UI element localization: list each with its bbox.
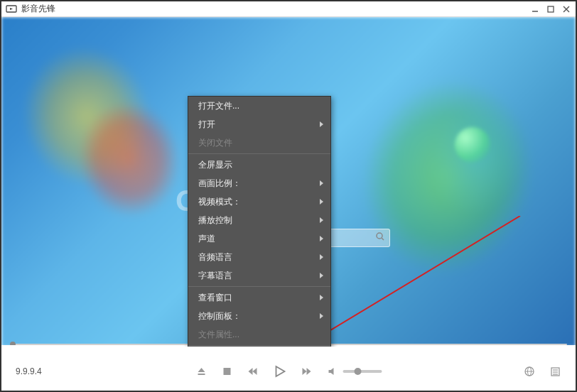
minimize-button[interactable] <box>530 4 540 14</box>
app-window: 影音先锋 ay GXI system.c 打开文件...打开关闭文件全屏显示画面… <box>0 0 577 392</box>
stop-button[interactable] <box>221 365 234 378</box>
svg-point-5 <box>377 233 382 239</box>
volume-thumb[interactable] <box>355 368 362 375</box>
context-menu-item[interactable]: 全屏显示 <box>188 156 330 174</box>
context-menu-item[interactable]: 声道 <box>188 229 330 248</box>
video-area[interactable]: ay GXI system.c 打开文件...打开关闭文件全屏显示画面比例：视频… <box>1 17 576 347</box>
globe-button[interactable] <box>523 365 536 378</box>
submenu-arrow-icon <box>320 236 323 241</box>
bottombar: 9.9.9.4 <box>1 345 576 391</box>
play-button[interactable] <box>272 364 288 379</box>
context-menu-item[interactable]: 音频语言 <box>188 248 330 266</box>
playlist-button[interactable] <box>549 365 561 378</box>
submenu-arrow-icon <box>320 254 323 260</box>
context-menu-item: 关闭文件 <box>188 134 330 152</box>
context-menu-item[interactable]: 播放控制 <box>188 211 330 229</box>
window-title: 影音先锋 <box>21 3 55 15</box>
context-menu-item[interactable]: 画面比例： <box>188 174 330 192</box>
context-menu-item[interactable]: 打开 <box>188 115 330 134</box>
submenu-arrow-icon <box>320 199 323 205</box>
close-button[interactable] <box>561 4 571 14</box>
svg-line-6 <box>382 238 384 240</box>
titlebar-controls <box>530 4 571 14</box>
version-label: 9.9.9.4 <box>16 366 42 376</box>
context-menu-item[interactable]: 视频模式： <box>188 192 330 211</box>
volume-control <box>326 365 382 378</box>
context-menu-item[interactable]: 打开文件... <box>188 97 330 115</box>
context-menu-item[interactable]: 控制面板： <box>188 307 330 325</box>
svg-rect-10 <box>224 368 231 375</box>
prev-button[interactable] <box>247 365 259 378</box>
volume-icon[interactable] <box>326 365 339 378</box>
next-button[interactable] <box>301 365 313 378</box>
menu-separator <box>188 345 330 346</box>
right-controls <box>523 365 561 378</box>
submenu-arrow-icon <box>320 273 323 278</box>
eject-button[interactable] <box>195 365 208 378</box>
svg-rect-9 <box>198 374 205 375</box>
context-menu-item[interactable]: 字幕语言 <box>188 266 330 285</box>
context-menu-item[interactable]: 查看窗口 <box>188 288 330 307</box>
context-menu: 打开文件...打开关闭文件全屏显示画面比例：视频模式：播放控制声道音频语言字幕语… <box>188 96 331 347</box>
submenu-arrow-icon <box>320 313 323 319</box>
menu-separator <box>188 286 330 287</box>
volume-slider[interactable] <box>343 370 382 373</box>
context-menu-item: 文件属性... <box>188 325 330 344</box>
submenu-arrow-icon <box>320 295 323 300</box>
transport-controls <box>195 364 382 379</box>
search-icon <box>375 232 385 244</box>
submenu-arrow-icon <box>320 180 323 186</box>
menu-separator <box>188 153 330 154</box>
submenu-arrow-icon <box>320 121 323 127</box>
app-icon <box>6 4 18 14</box>
maximize-button[interactable] <box>546 4 556 14</box>
titlebar: 影音先锋 <box>1 1 576 17</box>
submenu-arrow-icon <box>320 217 323 223</box>
svg-rect-2 <box>548 6 554 12</box>
